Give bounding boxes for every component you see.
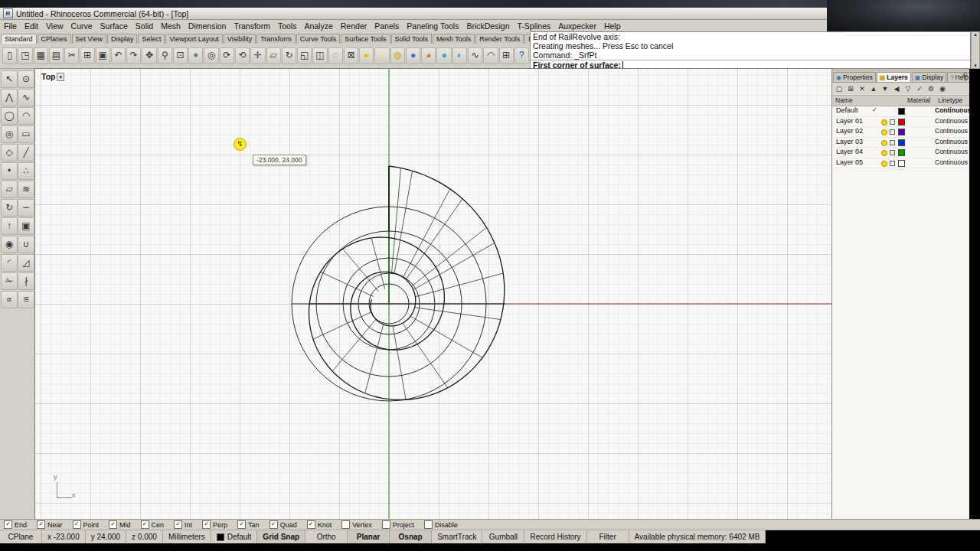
zoom-window-icon[interactable]: ⊡ — [173, 47, 188, 64]
menu-analyze[interactable]: Analyze — [300, 21, 336, 31]
osnap-checkbox-cen[interactable]: ✓ — [141, 520, 149, 529]
layer-name[interactable]: Layer 03 — [836, 138, 863, 145]
layer-color-swatch[interactable] — [898, 129, 905, 135]
menu-curve[interactable]: Curve — [67, 21, 96, 31]
osnap-perp[interactable]: ✓Perp — [202, 520, 227, 529]
toolbar-tab-display[interactable]: Display — [107, 34, 138, 44]
panel-tab-help[interactable]: ?Help — [947, 72, 972, 82]
curve-tools-icon[interactable]: ∿ — [468, 47, 482, 64]
panel-tab-display[interactable]: ▣Display — [912, 72, 946, 82]
toolbar-tab-set-view[interactable]: Set View — [72, 34, 106, 44]
menu-panels[interactable]: Panels — [371, 21, 403, 31]
viewport-top[interactable]: Top ▾ ↯ -23.000, 24.000 y x — [35, 69, 831, 519]
menu-auxpecker[interactable]: Auxpecker — [554, 21, 600, 31]
layer-settings-icon[interactable]: ◉ — [937, 84, 948, 94]
layer-row[interactable]: Default✓Continuous — [832, 106, 969, 117]
layer-color-swatch[interactable] — [898, 119, 905, 126]
extrude-icon[interactable]: ↑ — [1, 217, 18, 235]
status-toggle-planar[interactable]: Planar — [348, 530, 390, 543]
line-icon[interactable]: ╱ — [18, 144, 34, 161]
status-toggle-smarttrack[interactable]: SmartTrack — [432, 530, 482, 543]
delete-layer-icon[interactable]: ✕ — [857, 84, 867, 94]
fillet-icon[interactable]: ◜ — [1, 254, 18, 272]
osnap-quad[interactable]: ✓Quad — [270, 520, 297, 529]
join-icon[interactable]: ∝ — [1, 291, 18, 308]
menu-view[interactable]: View — [42, 21, 67, 31]
osnap-checkbox-int[interactable]: ✓ — [174, 520, 182, 529]
layer-color-swatch[interactable] — [898, 139, 905, 146]
layer-visibility-bulb-icon[interactable] — [881, 119, 887, 126]
toolbar-tab-viewport-layout[interactable]: Viewport Layout — [165, 34, 222, 44]
command-history-area[interactable]: End of RailRevolve axis:Creating meshes.… — [530, 31, 971, 69]
collapse-tree-icon[interactable]: ◀ — [891, 84, 902, 94]
osnap-checkbox-end[interactable]: ✓ — [4, 520, 12, 529]
rotate-icon[interactable]: ↻ — [282, 47, 296, 64]
surface-tools-icon[interactable]: ◠ — [483, 47, 498, 64]
layer-row[interactable]: Layer 03Continuous — [832, 138, 969, 148]
arc-icon[interactable]: ◠ — [18, 107, 34, 125]
layer-color-swatch[interactable] — [898, 149, 905, 156]
layer-visibility-bulb-icon[interactable] — [881, 161, 887, 167]
layer-visibility-bulb-icon[interactable] — [881, 129, 887, 135]
cplane-button[interactable]: CPlane — [0, 530, 42, 543]
scale-icon[interactable]: ◱ — [297, 47, 312, 64]
osnap-checkbox-point[interactable]: ✓ — [73, 520, 81, 529]
layer-linetype[interactable]: Continuous — [935, 148, 968, 155]
light-off-icon[interactable]: ● — [374, 47, 389, 64]
polyline-icon[interactable]: ⋀ — [1, 89, 18, 106]
layer-row[interactable]: Layer 01Continuous — [832, 117, 969, 128]
surface-icon[interactable]: ▱ — [1, 181, 18, 198]
spotlight-icon[interactable]: ◍ — [390, 47, 405, 64]
toolbar-tab-render-tools[interactable]: Render Tools — [475, 34, 524, 44]
layer-row[interactable]: Layer 02Continuous — [832, 127, 969, 138]
copy-icon[interactable]: ⊞ — [80, 47, 94, 64]
layer-name[interactable]: Layer 01 — [836, 117, 863, 125]
menu-brickdesign[interactable]: BrickDesign — [462, 21, 513, 31]
status-toggle-ortho[interactable]: Ortho — [305, 530, 348, 543]
layer-lock-icon[interactable] — [890, 140, 895, 145]
control-curve-icon[interactable]: ∿ — [18, 89, 34, 106]
osnap-checkbox-near[interactable]: ✓ — [37, 520, 45, 529]
layer-name[interactable]: Default — [836, 106, 858, 114]
osnap-disable[interactable]: Disable — [424, 520, 458, 529]
layer-tools-icon[interactable]: ⚙ — [926, 84, 936, 94]
menu-t-splines[interactable]: T-Splines — [513, 21, 554, 31]
menu-help[interactable]: Help — [600, 21, 625, 31]
point-icon[interactable]: • — [1, 162, 18, 180]
layer-visibility-bulb-icon[interactable] — [881, 140, 887, 146]
panel-tab-layers[interactable]: ▤Layers — [877, 72, 911, 82]
osnap-project[interactable]: Project — [382, 520, 414, 529]
osnap-mid[interactable]: ✓Mid — [109, 520, 131, 529]
column-name[interactable]: Name — [835, 96, 853, 104]
layer-lock-icon[interactable] — [890, 161, 895, 166]
move-icon[interactable]: ✛ — [250, 47, 265, 64]
select-arrow-icon[interactable]: ↖ — [1, 70, 18, 88]
osnap-checkbox-vertex[interactable] — [341, 520, 350, 529]
layer-linetype[interactable]: Continuous — [935, 106, 971, 114]
layer-name[interactable]: Layer 05 — [836, 158, 863, 166]
units-indicator[interactable]: Millimeters — [163, 530, 211, 543]
osnap-int[interactable]: ✓Int — [174, 520, 192, 529]
osnap-checkbox-quad[interactable]: ✓ — [270, 520, 278, 529]
rectangle-icon[interactable]: ▭ — [18, 126, 34, 143]
sweep-icon[interactable]: ∽ — [18, 199, 34, 217]
chamfer-icon[interactable]: ◿ — [18, 254, 34, 272]
layer-name[interactable]: Layer 04 — [836, 148, 863, 155]
layer-lock-icon[interactable] — [890, 119, 895, 125]
select-brush-icon[interactable]: ⊙ — [18, 70, 34, 88]
status-toggle-record-history[interactable]: Record History — [524, 530, 586, 543]
grid-options-icon[interactable]: ⊞ — [499, 47, 514, 64]
mirror-icon[interactable]: ◫ — [312, 47, 327, 64]
environment-icon[interactable]: ◐ — [452, 47, 467, 64]
new-layer-icon[interactable]: ▢ — [834, 84, 844, 94]
render-icon[interactable]: ● — [406, 47, 420, 64]
menu-surface[interactable]: Surface — [96, 21, 132, 31]
menu-paneling-tools[interactable]: Paneling Tools — [403, 21, 462, 31]
column-material[interactable]: Material — [907, 96, 930, 104]
sphere-icon[interactable]: ◉ — [1, 236, 18, 253]
toolbar-tab-drafting[interactable]: Drafting — [524, 34, 530, 44]
scroll-up-icon[interactable]: ▲ — [973, 32, 978, 37]
osnap-point[interactable]: ✓Point — [73, 520, 100, 529]
menu-solid[interactable]: Solid — [132, 21, 157, 31]
redo-icon[interactable]: ↷ — [126, 47, 141, 64]
